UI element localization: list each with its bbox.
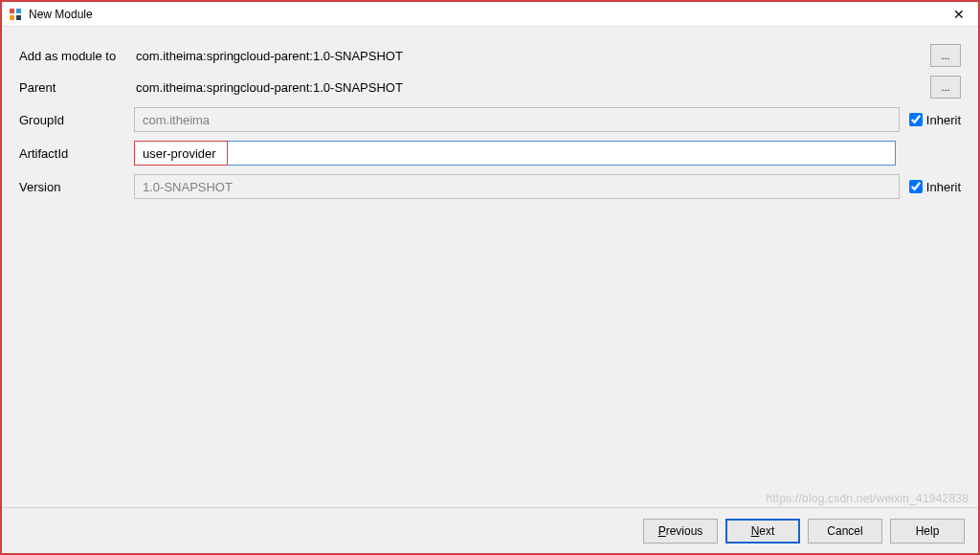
svg-rect-1: [16, 9, 21, 13]
groupid-row: GroupId Inherit: [19, 107, 961, 132]
svg-rect-2: [10, 15, 14, 20]
new-module-dialog: New Module ✕ Add as module to com.itheim…: [0, 0, 980, 555]
add-as-module-row: Add as module to com.itheima:springcloud…: [19, 44, 961, 67]
version-input[interactable]: [134, 174, 900, 199]
artifactid-input[interactable]: [134, 141, 896, 166]
window-title: New Module: [29, 8, 93, 21]
app-icon: [8, 7, 23, 22]
footer: Previous Next Cancel Help: [2, 507, 978, 553]
groupid-inherit-checkbox[interactable]: Inherit: [909, 113, 961, 127]
version-inherit-checkbox[interactable]: Inherit: [909, 180, 961, 194]
artifactid-row: ArtifactId: [19, 141, 961, 166]
add-as-module-browse-button[interactable]: ...: [930, 44, 961, 67]
groupid-label: GroupId: [19, 113, 134, 127]
groupid-inherit-label: Inherit: [926, 113, 961, 127]
artifactid-input-wrap: [134, 141, 896, 166]
cancel-button[interactable]: Cancel: [808, 519, 882, 544]
parent-label: Parent: [19, 80, 134, 95]
groupid-input[interactable]: [134, 107, 900, 132]
add-as-module-label: Add as module to: [19, 49, 134, 63]
ellipsis-icon: ...: [941, 81, 949, 93]
close-button[interactable]: ✕: [940, 2, 978, 27]
content-area: Add as module to com.itheima:springcloud…: [2, 27, 978, 507]
version-inherit-label: Inherit: [926, 180, 961, 194]
next-button[interactable]: Next: [725, 519, 800, 544]
version-label: Version: [19, 180, 134, 194]
help-button[interactable]: Help: [890, 519, 965, 544]
groupid-inherit-check[interactable]: [909, 113, 923, 126]
ellipsis-icon: ...: [941, 50, 949, 61]
close-icon: ✕: [953, 7, 965, 22]
svg-rect-3: [16, 15, 21, 20]
parent-value: com.itheima:springcloud-parent:1.0-SNAPS…: [134, 80, 923, 95]
parent-row: Parent com.itheima:springcloud-parent:1.…: [19, 76, 961, 99]
parent-browse-button[interactable]: ...: [930, 76, 961, 99]
version-inherit-check[interactable]: [909, 180, 923, 193]
titlebar: New Module ✕: [2, 2, 978, 27]
artifactid-label: ArtifactId: [19, 146, 134, 161]
version-row: Version Inherit: [19, 174, 961, 199]
svg-rect-0: [10, 9, 14, 13]
previous-button[interactable]: Previous: [643, 519, 718, 544]
add-as-module-value: com.itheima:springcloud-parent:1.0-SNAPS…: [134, 49, 923, 63]
